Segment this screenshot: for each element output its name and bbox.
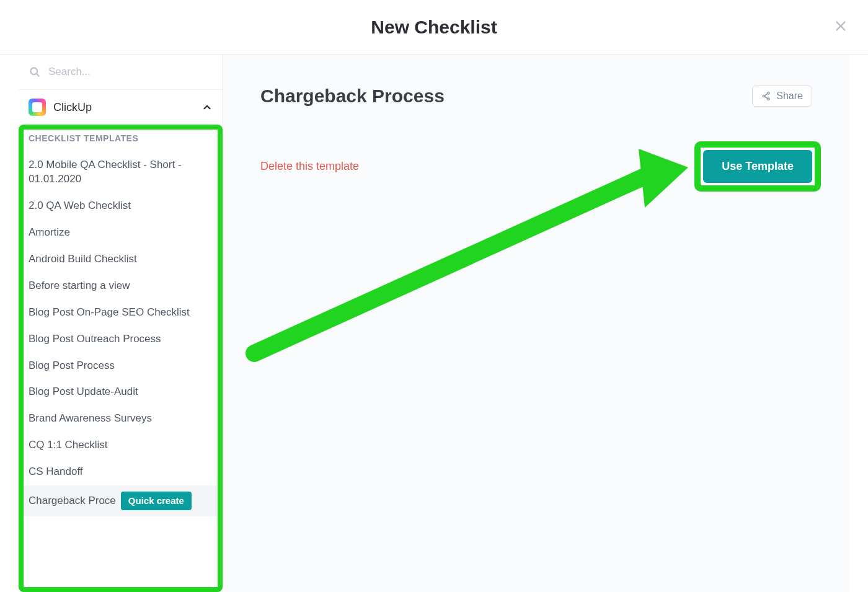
- template-item[interactable]: Brand Awareness Surveys: [29, 405, 213, 432]
- share-label: Share: [776, 91, 803, 102]
- svg-point-4: [768, 92, 769, 94]
- templates-section: CHECKLIST TEMPLATES 2.0 Mobile QA Checkl…: [19, 125, 223, 592]
- svg-line-3: [37, 74, 39, 76]
- title-row: Chargeback Process Share: [260, 86, 812, 107]
- template-item[interactable]: Amortize: [29, 219, 213, 246]
- workspace-name: ClickUp: [53, 101, 194, 114]
- modal-title: New Checklist: [371, 17, 497, 38]
- modal-body: ClickUp CHECKLIST TEMPLATES 2.0 Mobile Q…: [19, 55, 849, 592]
- quick-create-button[interactable]: Quick create: [121, 492, 192, 510]
- close-button[interactable]: [832, 17, 849, 35]
- template-item[interactable]: 2.0 QA Web Checklist: [29, 193, 213, 219]
- template-item-label: Chargeback Proce: [29, 494, 116, 508]
- template-item[interactable]: CS Handoff: [29, 459, 213, 485]
- section-header: CHECKLIST TEMPLATES: [29, 133, 213, 143]
- use-template-wrap: Use Template: [703, 150, 812, 183]
- template-item[interactable]: CQ 1:1 Checklist: [29, 432, 213, 459]
- template-item[interactable]: Before starting a view: [29, 273, 213, 299]
- main-panel: Chargeback Process Share Delete this tem…: [223, 55, 849, 592]
- workspace-toggle[interactable]: ClickUp: [19, 90, 223, 125]
- svg-point-5: [763, 95, 765, 97]
- template-item[interactable]: Android Build Checklist: [29, 246, 213, 273]
- template-item[interactable]: Blog Post Outreach Process: [29, 326, 213, 353]
- svg-point-6: [768, 98, 769, 100]
- template-item[interactable]: Blog Post Update-Audit: [29, 379, 213, 405]
- template-item[interactable]: Blog Post Process: [29, 353, 213, 379]
- search-icon: [29, 66, 41, 78]
- template-title: Chargeback Process: [260, 86, 445, 107]
- share-button[interactable]: Share: [752, 86, 812, 107]
- use-template-button[interactable]: Use Template: [703, 150, 812, 183]
- clickup-logo-icon: [29, 99, 46, 116]
- svg-line-8: [765, 97, 768, 99]
- action-row: Delete this template Use Template: [260, 150, 812, 183]
- template-item-selected[interactable]: Chargeback Proce Quick create: [19, 485, 223, 516]
- search-row[interactable]: [19, 55, 223, 90]
- template-item[interactable]: 2.0 Mobile QA Checklist - Short - 01.01.…: [29, 152, 213, 193]
- chevron-up-icon: [202, 102, 213, 113]
- svg-line-7: [765, 94, 768, 95]
- sidebar: ClickUp CHECKLIST TEMPLATES 2.0 Mobile Q…: [19, 55, 223, 592]
- template-item[interactable]: Blog Post On-Page SEO Checklist: [29, 299, 213, 326]
- share-icon: [761, 91, 771, 101]
- templates-list: CHECKLIST TEMPLATES 2.0 Mobile QA Checkl…: [19, 125, 223, 592]
- modal-header: New Checklist: [0, 0, 868, 55]
- close-icon: [834, 19, 848, 33]
- search-input[interactable]: [48, 66, 213, 78]
- delete-template-link[interactable]: Delete this template: [260, 160, 359, 173]
